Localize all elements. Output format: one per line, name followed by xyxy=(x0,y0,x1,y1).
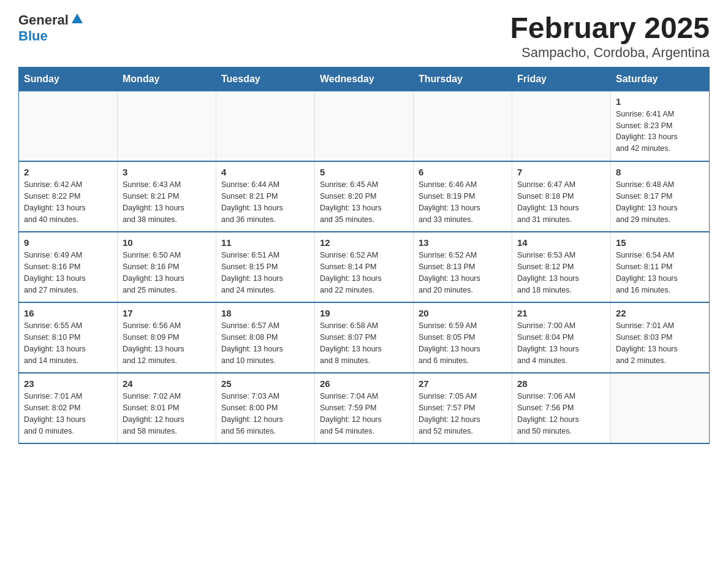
day-info: Sunrise: 6:51 AM Sunset: 8:15 PM Dayligh… xyxy=(221,250,309,296)
table-row: 6Sunrise: 6:46 AM Sunset: 8:19 PM Daylig… xyxy=(414,161,512,232)
day-number: 22 xyxy=(616,308,704,318)
table-row xyxy=(414,91,512,161)
day-number: 16 xyxy=(24,308,112,318)
table-row: 28Sunrise: 7:06 AM Sunset: 7:56 PM Dayli… xyxy=(512,373,611,443)
day-info: Sunrise: 7:01 AM Sunset: 8:02 PM Dayligh… xyxy=(24,391,112,437)
day-info: Sunrise: 6:53 AM Sunset: 8:12 PM Dayligh… xyxy=(517,250,605,296)
table-row: 14Sunrise: 6:53 AM Sunset: 8:12 PM Dayli… xyxy=(512,232,611,302)
svg-marker-0 xyxy=(72,13,83,23)
table-row xyxy=(216,91,315,161)
day-info: Sunrise: 7:06 AM Sunset: 7:56 PM Dayligh… xyxy=(517,391,605,437)
logo: General Blue xyxy=(18,12,84,44)
day-info: Sunrise: 7:03 AM Sunset: 8:00 PM Dayligh… xyxy=(221,391,309,437)
table-row: 26Sunrise: 7:04 AM Sunset: 7:59 PM Dayli… xyxy=(315,373,414,443)
day-number: 3 xyxy=(123,167,211,177)
table-row: 27Sunrise: 7:05 AM Sunset: 7:57 PM Dayli… xyxy=(414,373,512,443)
logo-general-text: General xyxy=(18,12,69,28)
table-row: 25Sunrise: 7:03 AM Sunset: 8:00 PM Dayli… xyxy=(216,373,315,443)
table-row: 17Sunrise: 6:56 AM Sunset: 8:09 PM Dayli… xyxy=(118,302,216,373)
table-row: 10Sunrise: 6:50 AM Sunset: 8:16 PM Dayli… xyxy=(118,232,216,302)
table-row: 16Sunrise: 6:55 AM Sunset: 8:10 PM Dayli… xyxy=(19,302,118,373)
table-row: 13Sunrise: 6:52 AM Sunset: 8:13 PM Dayli… xyxy=(414,232,512,302)
day-info: Sunrise: 7:05 AM Sunset: 7:57 PM Dayligh… xyxy=(419,391,507,437)
logo-arrow-icon xyxy=(70,12,84,28)
header-saturday: Saturday xyxy=(611,67,710,91)
day-info: Sunrise: 6:42 AM Sunset: 8:22 PM Dayligh… xyxy=(24,179,112,225)
day-number: 6 xyxy=(419,167,507,177)
day-number: 11 xyxy=(221,237,309,248)
day-number: 5 xyxy=(320,167,408,177)
table-row: 20Sunrise: 6:59 AM Sunset: 8:05 PM Dayli… xyxy=(414,302,512,373)
table-row: 12Sunrise: 6:52 AM Sunset: 8:14 PM Dayli… xyxy=(315,232,414,302)
day-info: Sunrise: 6:58 AM Sunset: 8:07 PM Dayligh… xyxy=(320,320,408,366)
table-row: 1Sunrise: 6:41 AM Sunset: 8:23 PM Daylig… xyxy=(611,91,710,161)
day-number: 9 xyxy=(24,237,112,248)
header-tuesday: Tuesday xyxy=(216,67,315,91)
day-number: 13 xyxy=(419,237,507,248)
table-row xyxy=(512,91,611,161)
calendar-title: February 2025 xyxy=(510,12,710,45)
table-row: 21Sunrise: 7:00 AM Sunset: 8:04 PM Dayli… xyxy=(512,302,611,373)
table-row: 15Sunrise: 6:54 AM Sunset: 8:11 PM Dayli… xyxy=(611,232,710,302)
day-number: 4 xyxy=(221,167,309,177)
header-wednesday: Wednesday xyxy=(315,67,414,91)
day-number: 14 xyxy=(517,237,605,248)
day-info: Sunrise: 6:48 AM Sunset: 8:17 PM Dayligh… xyxy=(616,179,704,225)
table-row: 7Sunrise: 6:47 AM Sunset: 8:18 PM Daylig… xyxy=(512,161,611,232)
day-number: 8 xyxy=(616,167,704,177)
day-number: 21 xyxy=(517,308,605,318)
header-sunday: Sunday xyxy=(19,67,118,91)
day-info: Sunrise: 6:43 AM Sunset: 8:21 PM Dayligh… xyxy=(123,179,211,225)
header-friday: Friday xyxy=(512,67,611,91)
day-number: 15 xyxy=(616,237,704,248)
logo-blue-text: Blue xyxy=(18,28,48,44)
day-info: Sunrise: 6:52 AM Sunset: 8:14 PM Dayligh… xyxy=(320,250,408,296)
day-number: 2 xyxy=(24,167,112,177)
day-number: 17 xyxy=(123,308,211,318)
table-row: 3Sunrise: 6:43 AM Sunset: 8:21 PM Daylig… xyxy=(118,161,216,232)
table-row: 5Sunrise: 6:45 AM Sunset: 8:20 PM Daylig… xyxy=(315,161,414,232)
table-row xyxy=(19,91,118,161)
table-row: 18Sunrise: 6:57 AM Sunset: 8:08 PM Dayli… xyxy=(216,302,315,373)
day-info: Sunrise: 6:46 AM Sunset: 8:19 PM Dayligh… xyxy=(419,179,507,225)
calendar-header: Sunday Monday Tuesday Wednesday Thursday… xyxy=(19,67,710,91)
day-info: Sunrise: 6:56 AM Sunset: 8:09 PM Dayligh… xyxy=(123,320,211,366)
calendar-subtitle: Sampacho, Cordoba, Argentina xyxy=(510,45,710,61)
day-number: 20 xyxy=(419,308,507,318)
table-row: 8Sunrise: 6:48 AM Sunset: 8:17 PM Daylig… xyxy=(611,161,710,232)
calendar-table: Sunday Monday Tuesday Wednesday Thursday… xyxy=(18,67,710,445)
day-number: 23 xyxy=(24,378,112,389)
day-info: Sunrise: 6:49 AM Sunset: 8:16 PM Dayligh… xyxy=(24,250,112,296)
table-row xyxy=(611,373,710,443)
title-area: February 2025 Sampacho, Cordoba, Argenti… xyxy=(510,12,710,61)
day-info: Sunrise: 7:01 AM Sunset: 8:03 PM Dayligh… xyxy=(616,320,704,366)
day-number: 27 xyxy=(419,378,507,389)
table-row xyxy=(118,91,216,161)
day-info: Sunrise: 6:44 AM Sunset: 8:21 PM Dayligh… xyxy=(221,179,309,225)
day-number: 19 xyxy=(320,308,408,318)
day-number: 1 xyxy=(616,96,704,107)
calendar-body: 1Sunrise: 6:41 AM Sunset: 8:23 PM Daylig… xyxy=(19,91,710,443)
day-number: 7 xyxy=(517,167,605,177)
header-monday: Monday xyxy=(118,67,216,91)
table-row: 2Sunrise: 6:42 AM Sunset: 8:22 PM Daylig… xyxy=(19,161,118,232)
table-row: 19Sunrise: 6:58 AM Sunset: 8:07 PM Dayli… xyxy=(315,302,414,373)
day-info: Sunrise: 6:52 AM Sunset: 8:13 PM Dayligh… xyxy=(419,250,507,296)
day-number: 25 xyxy=(221,378,309,389)
table-row: 11Sunrise: 6:51 AM Sunset: 8:15 PM Dayli… xyxy=(216,232,315,302)
day-info: Sunrise: 7:04 AM Sunset: 7:59 PM Dayligh… xyxy=(320,391,408,437)
day-info: Sunrise: 6:54 AM Sunset: 8:11 PM Dayligh… xyxy=(616,250,704,296)
day-number: 18 xyxy=(221,308,309,318)
day-info: Sunrise: 6:50 AM Sunset: 8:16 PM Dayligh… xyxy=(123,250,211,296)
day-info: Sunrise: 6:41 AM Sunset: 8:23 PM Dayligh… xyxy=(616,109,704,155)
table-row: 22Sunrise: 7:01 AM Sunset: 8:03 PM Dayli… xyxy=(611,302,710,373)
table-row: 4Sunrise: 6:44 AM Sunset: 8:21 PM Daylig… xyxy=(216,161,315,232)
day-number: 10 xyxy=(123,237,211,248)
table-row: 24Sunrise: 7:02 AM Sunset: 8:01 PM Dayli… xyxy=(118,373,216,443)
day-info: Sunrise: 6:47 AM Sunset: 8:18 PM Dayligh… xyxy=(517,179,605,225)
day-info: Sunrise: 7:00 AM Sunset: 8:04 PM Dayligh… xyxy=(517,320,605,366)
day-info: Sunrise: 6:57 AM Sunset: 8:08 PM Dayligh… xyxy=(221,320,309,366)
day-info: Sunrise: 6:55 AM Sunset: 8:10 PM Dayligh… xyxy=(24,320,112,366)
day-info: Sunrise: 6:59 AM Sunset: 8:05 PM Dayligh… xyxy=(419,320,507,366)
page-header: General Blue February 2025 Sampacho, Cor… xyxy=(18,12,710,61)
